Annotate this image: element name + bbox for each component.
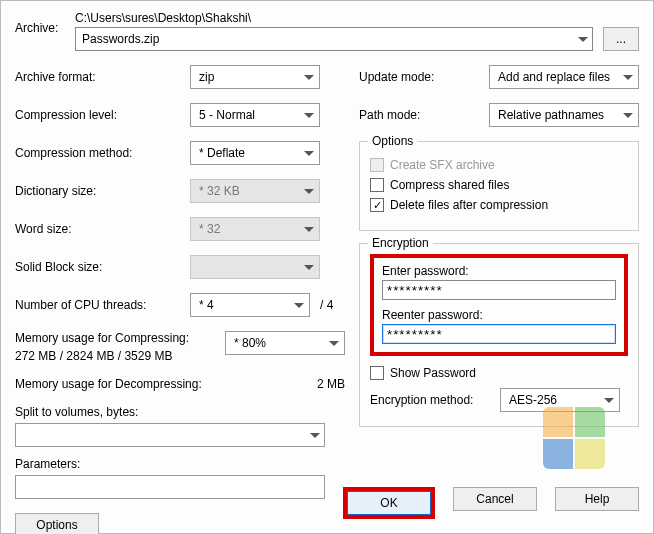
chevron-down-icon (310, 433, 320, 438)
mem-decompress-row: Memory usage for Decompressing: 2 MB (15, 377, 345, 391)
delete-after-checkbox[interactable]: ✓ (370, 198, 384, 212)
chevron-down-icon (294, 303, 304, 308)
word-size-value: * 32 (199, 222, 220, 236)
delete-after-row[interactable]: ✓ Delete files after compression (370, 198, 628, 212)
path-mode-value: Relative pathnames (498, 108, 604, 122)
compress-shared-row[interactable]: Compress shared files (370, 178, 628, 192)
archive-row: Archive: C:\Users\sures\Desktop\Shakshi\… (15, 11, 639, 51)
archive-input-wrap: C:\Users\sures\Desktop\Shakshi\ Password… (75, 11, 593, 51)
archive-format-label: Archive format: (15, 70, 190, 84)
options-fieldset: Options Create SFX archive Compress shar… (359, 141, 639, 231)
dictionary-size-row: Dictionary size: * 32 KB (15, 179, 345, 203)
archive-file-value: Passwords.zip (82, 32, 159, 46)
compression-method-row: Compression method: * Deflate (15, 141, 345, 165)
show-password-checkbox[interactable] (370, 366, 384, 380)
cpu-threads-row: Number of CPU threads: * 4 / 4 (15, 293, 345, 317)
chevron-down-icon (304, 75, 314, 80)
archive-format-row: Archive format: zip (15, 65, 345, 89)
parameters-label: Parameters: (15, 457, 345, 471)
chevron-down-icon (329, 341, 339, 346)
sfx-row: Create SFX archive (370, 158, 628, 172)
archive-file-combo[interactable]: Passwords.zip (75, 27, 593, 51)
chevron-down-icon (304, 227, 314, 232)
cpu-threads-combo[interactable]: * 4 (190, 293, 310, 317)
chevron-down-icon (304, 151, 314, 156)
compress-shared-checkbox[interactable] (370, 178, 384, 192)
chevron-down-icon (304, 189, 314, 194)
chevron-down-icon (304, 265, 314, 270)
split-label: Split to volumes, bytes: (15, 405, 345, 419)
update-mode-row: Update mode: Add and replace files (359, 65, 639, 89)
compression-level-combo[interactable]: 5 - Normal (190, 103, 320, 127)
archive-format-value: zip (199, 70, 214, 84)
compression-level-row: Compression level: 5 - Normal (15, 103, 345, 127)
chevron-down-icon (578, 37, 588, 42)
archive-label: Archive: (15, 11, 65, 35)
encryption-method-label: Encryption method: (370, 393, 500, 407)
dictionary-size-label: Dictionary size: (15, 184, 190, 198)
chevron-down-icon (304, 113, 314, 118)
reenter-password-input[interactable] (382, 324, 616, 344)
ok-button[interactable]: OK (347, 491, 431, 515)
archive-format-combo[interactable]: zip (190, 65, 320, 89)
word-size-combo: * 32 (190, 217, 320, 241)
chevron-down-icon (623, 113, 633, 118)
delete-after-label: Delete files after compression (390, 198, 548, 212)
dictionary-size-combo: * 32 KB (190, 179, 320, 203)
cpu-threads-max: / 4 (320, 298, 333, 312)
options-button[interactable]: Options (15, 513, 99, 534)
help-button[interactable]: Help (555, 487, 639, 511)
encryption-fieldset: Encryption Enter password: Reenter passw… (359, 243, 639, 427)
reenter-password-label: Reenter password: (382, 308, 616, 322)
encryption-highlight-box: Enter password: Reenter password: (370, 254, 628, 356)
word-size-row: Word size: * 32 (15, 217, 345, 241)
ok-highlight-box: OK (343, 487, 435, 519)
mem-decompress-label: Memory usage for Decompressing: (15, 377, 255, 391)
mem-compress-value: * 80% (234, 336, 266, 350)
compression-level-value: 5 - Normal (199, 108, 255, 122)
encryption-method-value: AES-256 (509, 393, 557, 407)
browse-button[interactable]: ... (603, 27, 639, 51)
solid-block-size-combo (190, 255, 320, 279)
path-mode-row: Path mode: Relative pathnames (359, 103, 639, 127)
encryption-legend: Encryption (368, 236, 433, 250)
update-mode-label: Update mode: (359, 70, 489, 84)
enter-password-input[interactable] (382, 280, 616, 300)
check-icon: ✓ (373, 200, 382, 211)
watermark-logo (543, 407, 605, 469)
sfx-label: Create SFX archive (390, 158, 495, 172)
solid-block-size-label: Solid Block size: (15, 260, 190, 274)
cpu-threads-value: * 4 (199, 298, 214, 312)
split-volumes-combo[interactable] (15, 423, 325, 447)
update-mode-value: Add and replace files (498, 70, 610, 84)
add-to-archive-dialog: Archive: C:\Users\sures\Desktop\Shakshi\… (0, 0, 654, 534)
path-mode-combo[interactable]: Relative pathnames (489, 103, 639, 127)
cancel-button[interactable]: Cancel (453, 487, 537, 511)
path-mode-label: Path mode: (359, 108, 489, 122)
archive-path-text: C:\Users\sures\Desktop\Shakshi\ (75, 11, 593, 25)
compress-shared-label: Compress shared files (390, 178, 509, 192)
show-password-label: Show Password (390, 366, 476, 380)
mem-decompress-value: 2 MB (255, 377, 345, 391)
chevron-down-icon (623, 75, 633, 80)
compression-method-value: * Deflate (199, 146, 245, 160)
solid-block-size-row: Solid Block size: (15, 255, 345, 279)
mem-compress-row: Memory usage for Compressing: 272 MB / 2… (15, 331, 345, 363)
mem-compress-combo[interactable]: * 80% (225, 331, 345, 355)
dialog-button-row: OK Cancel Help (343, 487, 639, 519)
left-column: Archive format: zip Compression level: 5… (15, 65, 345, 534)
word-size-label: Word size: (15, 222, 190, 236)
parameters-input[interactable] (15, 475, 325, 499)
chevron-down-icon (604, 398, 614, 403)
update-mode-combo[interactable]: Add and replace files (489, 65, 639, 89)
compression-method-combo[interactable]: * Deflate (190, 141, 320, 165)
dictionary-size-value: * 32 KB (199, 184, 240, 198)
enter-password-label: Enter password: (382, 264, 616, 278)
show-password-row[interactable]: Show Password (370, 366, 628, 380)
options-legend: Options (368, 134, 417, 148)
mem-compress-detail: 272 MB / 2824 MB / 3529 MB (15, 349, 225, 363)
sfx-checkbox (370, 158, 384, 172)
compression-level-label: Compression level: (15, 108, 190, 122)
mem-compress-label: Memory usage for Compressing: (15, 331, 225, 345)
compression-method-label: Compression method: (15, 146, 190, 160)
